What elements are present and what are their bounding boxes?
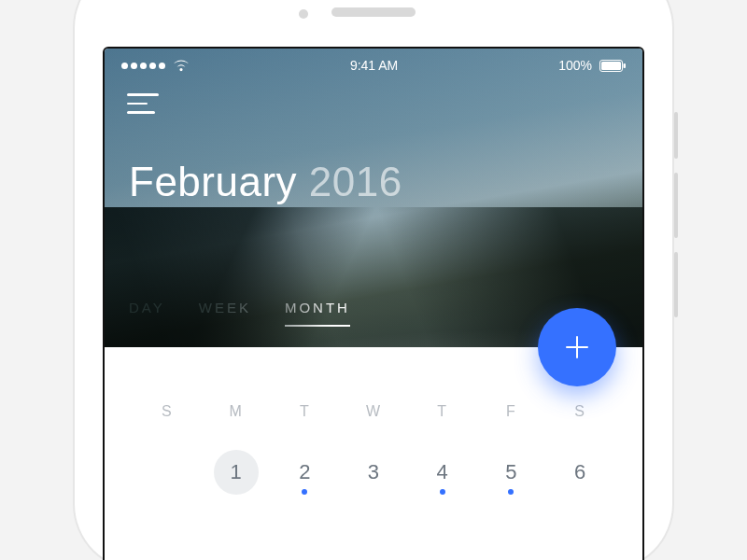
dow-label: T [408, 403, 477, 420]
battery-percent: 100% [558, 58, 592, 73]
dow-label: M [202, 403, 271, 420]
title-year: 2016 [309, 159, 402, 204]
date-number: 2 [299, 460, 310, 484]
dow-label: S [133, 403, 202, 420]
date-number: 1 [230, 460, 241, 484]
date-number: 6 [574, 460, 585, 484]
tab-month[interactable]: MONTH [285, 300, 350, 327]
dow-label: W [339, 403, 408, 420]
title-month: February [129, 159, 297, 204]
tab-week[interactable]: WEEK [199, 300, 251, 327]
wifi-icon [173, 59, 190, 72]
phone-side-button [674, 112, 678, 159]
battery-icon [599, 60, 626, 72]
dow-label: S [545, 403, 614, 420]
date-number: 4 [437, 460, 448, 484]
svg-rect-1 [601, 62, 621, 70]
date-cell[interactable]: 3 [339, 446, 408, 498]
phone-speaker [331, 7, 416, 17]
date-number: 5 [505, 460, 516, 484]
plus-icon [561, 331, 593, 363]
hero-header: 9:41 AM 100% February 2016 DAY WEEK MONT… [105, 49, 642, 347]
phone-side-button [674, 252, 678, 317]
status-time: 9:41 AM [350, 58, 398, 73]
dow-label: T [270, 403, 339, 420]
date-number: 3 [368, 460, 379, 484]
signal-icon [121, 63, 165, 69]
menu-icon[interactable] [127, 93, 159, 116]
phone-frame: 9:41 AM 100% February 2016 DAY WEEK MONT… [75, 0, 672, 560]
screen: 9:41 AM 100% February 2016 DAY WEEK MONT… [103, 47, 644, 560]
phone-camera [299, 9, 308, 19]
calendar-week-row: 1 2 3 4 5 6 [133, 446, 614, 498]
event-dot-icon [508, 489, 514, 495]
event-dot-icon [302, 489, 307, 495]
date-cell[interactable] [133, 446, 202, 498]
date-cell[interactable]: 2 [270, 446, 339, 498]
date-cell[interactable]: 5 [477, 446, 546, 498]
add-event-button[interactable] [538, 308, 616, 386]
svg-rect-2 [624, 63, 627, 68]
view-tabs: DAY WEEK MONTH [129, 300, 350, 327]
status-bar: 9:41 AM 100% [105, 49, 642, 73]
calendar-dow-row: S M T W T F S [133, 403, 614, 420]
phone-side-button [674, 173, 678, 238]
event-dot-icon [440, 489, 445, 495]
tab-day[interactable]: DAY [129, 300, 165, 327]
date-cell[interactable]: 4 [408, 446, 477, 498]
dow-label: F [477, 403, 546, 420]
page-title: February 2016 [129, 159, 402, 205]
date-cell[interactable]: 6 [545, 446, 614, 498]
date-cell[interactable]: 1 [214, 450, 259, 495]
